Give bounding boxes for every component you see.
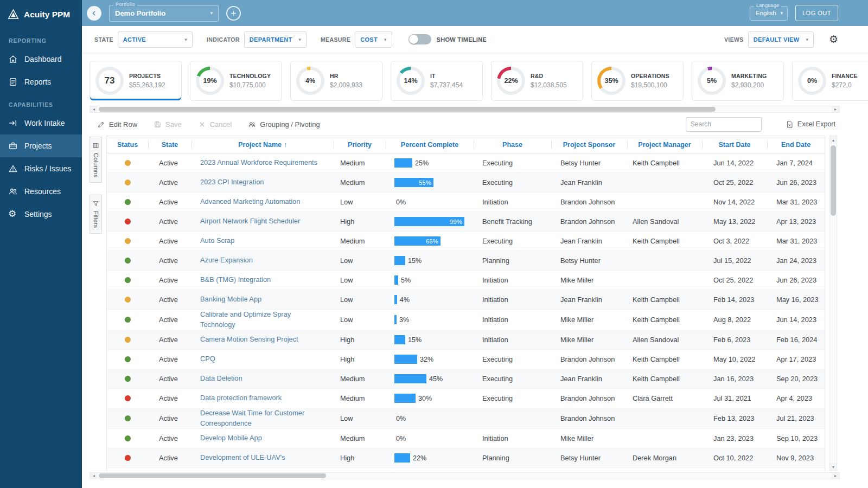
kpi-card-hr[interactable]: 4%HR$2,009,933 bbox=[290, 61, 382, 101]
sidebar-item-resources[interactable]: Resources bbox=[0, 180, 82, 203]
column-header-end-date[interactable]: End Date bbox=[767, 136, 825, 153]
project-name-cell[interactable]: Camera Motion Sensing Project bbox=[192, 330, 334, 349]
kpi-card-marketing[interactable]: 5%MARKETING$2,930,200 bbox=[692, 61, 784, 101]
scroll-up-icon[interactable]: ▴ bbox=[830, 136, 837, 144]
grouping-pivoting-button[interactable]: Grouping / Pivoting bbox=[248, 120, 320, 129]
save-button[interactable]: Save bbox=[154, 120, 182, 129]
scroll-left-icon[interactable]: ◂ bbox=[90, 473, 98, 479]
kpi-card-projects[interactable]: 73PROJECTS$55,263,192 bbox=[90, 61, 182, 101]
project-name-link[interactable]: Develop Mobile App bbox=[200, 433, 269, 444]
column-header-status[interactable]: Status bbox=[107, 136, 148, 153]
table-row[interactable]: ActiveB&B (TMG) IntegrationLow5%Initiati… bbox=[107, 271, 825, 290]
project-name-link[interactable]: 2023 CPI Integration bbox=[200, 177, 270, 188]
cancel-button[interactable]: Cancel bbox=[198, 120, 232, 129]
table-row[interactable]: ActiveCamera Motion Sensing ProjectHigh1… bbox=[107, 330, 825, 350]
table-vertical-scrollbar[interactable]: ▴ ▾ bbox=[829, 136, 837, 471]
scroll-down-icon[interactable]: ▾ bbox=[830, 463, 837, 471]
settings-gear-icon[interactable]: ⚙ bbox=[829, 34, 838, 44]
scroll-right-icon[interactable]: ▸ bbox=[832, 106, 839, 112]
project-name-link[interactable]: B&B (TMG) Integration bbox=[200, 275, 277, 285]
scrollbar-thumb[interactable] bbox=[99, 107, 716, 112]
project-name-link[interactable]: Airport Network Flight Scheduler bbox=[200, 216, 307, 227]
search-input[interactable] bbox=[686, 117, 762, 132]
show-timeline-toggle[interactable] bbox=[409, 34, 431, 44]
table-horizontal-scrollbar[interactable]: ◂ ▸ bbox=[90, 472, 840, 479]
project-name-link[interactable]: 2023 Annual Workforce Requirements bbox=[200, 158, 324, 168]
scrollbar-thumb[interactable] bbox=[831, 145, 836, 216]
project-name-link[interactable]: CPQ bbox=[200, 354, 222, 364]
project-name-cell[interactable]: B&B (TMG) Integration bbox=[192, 271, 334, 290]
column-header-project-sponsor[interactable]: Project Sponsor bbox=[551, 136, 627, 153]
sidebar-item-reports[interactable]: Reports bbox=[0, 70, 82, 93]
project-name-cell[interactable]: Auto Scrap bbox=[192, 232, 334, 251]
project-name-link[interactable]: Camera Motion Sensing Project bbox=[200, 335, 305, 345]
project-name-cell[interactable]: Airport Network Flight Scheduler bbox=[192, 212, 334, 231]
table-row[interactable]: ActiveCalibrate and Optimize Spray Techn… bbox=[107, 310, 825, 330]
column-header-state[interactable]: State bbox=[148, 136, 192, 153]
column-header-priority[interactable]: Priority bbox=[334, 136, 386, 153]
project-name-cell[interactable]: Azure Expansion bbox=[192, 251, 334, 270]
table-row[interactable]: ActiveDecrease Wait Time for Customer Co… bbox=[107, 408, 825, 429]
column-header-phase[interactable]: Phase bbox=[474, 136, 551, 153]
excel-export-button[interactable]: Excel Export bbox=[786, 120, 835, 129]
table-row[interactable]: ActiveDevelopment of ULE-UAV'sHigh22%Pla… bbox=[107, 448, 825, 468]
indicator-filter-select[interactable]: DEPARTMENT ▾ bbox=[244, 31, 307, 48]
table-row[interactable]: ActiveAuto ScrapMedium65%ExecutingJean F… bbox=[107, 232, 825, 251]
sidebar-item-settings[interactable]: ⚙Settings bbox=[0, 203, 82, 226]
project-name-link[interactable]: Development of ULE-UAV's bbox=[200, 453, 292, 463]
side-tab-filters[interactable]: Filters bbox=[90, 195, 102, 233]
project-name-cell[interactable]: Data Deletion bbox=[192, 369, 334, 388]
column-header-project-name[interactable]: Project Name↑ bbox=[192, 136, 334, 153]
project-name-cell[interactable]: Advanced Marketing Automation bbox=[192, 192, 334, 211]
kpi-card-finance[interactable]: 0%FINANCE$272,0 bbox=[792, 61, 868, 101]
state-filter-select[interactable]: ACTIVE ▾ bbox=[118, 31, 193, 48]
table-row[interactable]: Active2023 Annual Workforce Requirements… bbox=[107, 153, 825, 173]
column-header-percent-complete[interactable]: Percent Complete bbox=[386, 136, 474, 153]
kpi-card-operations[interactable]: 35%OPERATIONS$19,500,100 bbox=[591, 61, 684, 101]
sidebar-item-dashboard[interactable]: Dashboard bbox=[0, 48, 82, 70]
table-row[interactable]: ActiveData protection frameworkMedium30%… bbox=[107, 389, 825, 408]
project-name-link[interactable]: Data Deletion bbox=[200, 374, 249, 384]
project-name-cell[interactable]: Develop Mobile App bbox=[192, 429, 334, 448]
project-name-cell[interactable]: Decrease Wait Time for Customer Correspo… bbox=[192, 408, 334, 428]
project-name-link[interactable]: Data protection framework bbox=[200, 393, 288, 403]
measure-filter-select[interactable]: COST ▾ bbox=[355, 31, 392, 48]
sidebar-item-projects[interactable]: Projects bbox=[0, 134, 82, 157]
side-tab-columns[interactable]: Columns bbox=[90, 137, 102, 183]
scroll-left-icon[interactable]: ◂ bbox=[90, 106, 98, 112]
collapse-panel-button[interactable] bbox=[87, 6, 101, 21]
scrollbar-track[interactable] bbox=[98, 473, 832, 479]
table-row[interactable]: ActiveDevelop Mobile AppMedium0%Initiati… bbox=[107, 429, 825, 448]
project-name-link[interactable]: Auto Scrap bbox=[200, 236, 241, 246]
scrollbar-track[interactable] bbox=[830, 144, 837, 463]
add-portfolio-button[interactable] bbox=[226, 6, 241, 21]
project-name-cell[interactable]: 2023 CPI Integration bbox=[192, 173, 334, 192]
scroll-right-icon[interactable]: ▸ bbox=[832, 473, 839, 479]
project-name-cell[interactable]: Calibrate and Optimize Spray Technology bbox=[192, 310, 334, 330]
project-name-link[interactable]: Decrease Wait Time for Customer Correspo… bbox=[200, 408, 334, 428]
portfolio-select[interactable]: Portfolio Demo Portfolio ▾ bbox=[109, 5, 219, 22]
language-select[interactable]: Language English ▾ bbox=[750, 6, 788, 21]
logout-button[interactable]: LOG OUT bbox=[795, 5, 838, 21]
views-select[interactable]: DEFAULT VIEW ▾ bbox=[748, 31, 814, 48]
cards-horizontal-scrollbar[interactable]: ◂ ▸ bbox=[90, 106, 840, 113]
edit-row-button[interactable]: Edit Row bbox=[97, 120, 137, 129]
project-name-cell[interactable]: 2023 Annual Workforce Requirements bbox=[192, 153, 334, 172]
table-row[interactable]: ActiveAirport Network Flight SchedulerHi… bbox=[107, 212, 825, 232]
kpi-card-it[interactable]: 14%IT$7,737,454 bbox=[391, 61, 483, 101]
kpi-card-technology[interactable]: 19%TECHNOLOGY$10,775,000 bbox=[190, 61, 282, 101]
project-name-link[interactable]: Banking Mobile App bbox=[200, 294, 268, 305]
table-row[interactable]: ActiveCPQHigh32%ExecutingBrandon Johnson… bbox=[107, 350, 825, 369]
project-name-link[interactable]: Calibrate and Optimize Spray Technology bbox=[200, 310, 334, 330]
table-row[interactable]: ActiveAdvanced Marketing AutomationLow0%… bbox=[107, 192, 825, 212]
sidebar-item-risks-issues[interactable]: Risks / Issues bbox=[0, 157, 82, 180]
project-name-cell[interactable]: Data protection framework bbox=[192, 389, 334, 408]
sidebar-item-work-intake[interactable]: Work Intake bbox=[0, 112, 82, 134]
scrollbar-thumb[interactable] bbox=[99, 473, 326, 478]
table-row[interactable]: ActiveAzure ExpansionLow15%PlanningBetsy… bbox=[107, 251, 825, 271]
project-name-cell[interactable]: CPQ bbox=[192, 350, 334, 369]
project-name-link[interactable]: Azure Expansion bbox=[200, 255, 259, 266]
project-name-link[interactable]: Advanced Marketing Automation bbox=[200, 197, 307, 207]
project-name-cell[interactable]: Banking Mobile App bbox=[192, 290, 334, 309]
scrollbar-track[interactable] bbox=[98, 106, 832, 112]
